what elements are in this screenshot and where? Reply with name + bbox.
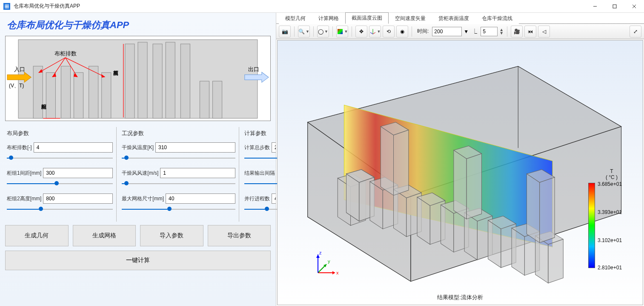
tab-streamlines[interactable]: 仓库干燥流线 [475,13,519,24]
svg-marker-76 [381,127,393,196]
gen-mesh-button[interactable]: 生成网格 [73,225,136,246]
time-input[interactable] [432,27,462,36]
svg-rect-32 [338,29,343,34]
run-button[interactable]: 一键计算 [5,251,271,270]
steps-label: 计算总步数 [244,144,270,151]
videocam-icon: 🎥 [514,29,520,35]
svg-rect-10 [125,44,135,118]
maximize-button[interactable] [605,0,624,13]
app-icon [3,3,10,10]
speed-slider[interactable] [122,180,235,188]
magnifier-icon: 🔍 [298,29,305,35]
first-frame-button[interactable]: ⏮ [524,26,536,38]
mesh-slider[interactable] [122,205,235,213]
rotate-icon: ⟲ [386,29,391,35]
viewport-footer: 结果模型:流体分析 [437,294,483,301]
rotate-button[interactable]: ⟲ [383,26,395,38]
height-slider[interactable] [7,205,113,213]
inlet-sub: (V、T) [9,83,24,89]
screenshot-button[interactable]: 📷 [279,26,291,38]
legend-tick-3: 2.810e+01 [598,265,622,271]
legend-bar [588,183,595,268]
svg-marker-82 [527,174,539,243]
svg-marker-49 [346,174,359,221]
gap-slider[interactable] [7,180,113,188]
svg-marker-70 [512,228,524,275]
gap-input[interactable] [43,168,113,178]
legend-var: T [610,168,613,174]
rows-slider[interactable] [7,154,113,162]
axis-dropdown[interactable]: ▼ [369,26,381,38]
svg-rect-5 [46,72,55,118]
tab-temp-contour[interactable]: 截面温度云图 [345,12,389,24]
svg-rect-6 [61,66,70,118]
group-layout-title: 布局参数 [7,130,113,137]
minimize-button[interactable] [585,0,605,13]
gen-geom-button[interactable]: 生成几何 [5,225,69,246]
select-dropdown[interactable]: ◯▼ [317,26,329,38]
legend-tick-1: 3.393e+01 [598,209,622,215]
cube-color-icon [337,28,343,35]
legend-unit: ( °C ) [606,174,618,180]
inlet-label: 入口 [14,66,25,72]
layout-diagram: 入口 (V、T) 出口 布柜排数 柜组间距 柜组高度 [5,36,271,121]
height-label: 柜组2高度[mm] [7,195,41,202]
svg-marker-61 [441,205,454,252]
time-label: 时间: [415,28,430,35]
tab-surface-temp[interactable]: 货柜表面温度 [432,13,475,24]
expand-button[interactable]: ⤢ [630,26,641,38]
rows-input[interactable] [34,142,113,153]
svg-marker-74 [548,239,563,283]
pan-button[interactable]: ✥ [355,26,367,38]
viewport-toolbar: 📷 🔍▼ ◯▼ ▼ ✥ ▼ ⟲ ◉ 时间: ▼ ⎿ ▲▼ 🎥 ⏮ ◁ ⤢ [276,24,644,39]
lasso-icon: ◯ [318,29,323,35]
mesh-input[interactable] [166,193,235,204]
speed-label: 干燥风风速[m/s] [122,170,158,177]
height-input[interactable] [43,193,113,204]
svg-marker-58 [417,197,430,244]
svg-marker-83 [540,177,555,242]
mesh-label: 最大网格尺寸[mm] [122,195,164,202]
svg-rect-11 [138,42,147,118]
svg-marker-85 [332,271,335,274]
import-button[interactable]: 导入参数 [140,225,203,246]
axis-triad: x y z [312,249,341,279]
tab-geometry[interactable]: 模型几何 [279,13,312,24]
prev-frame-button[interactable]: ◁ [538,26,550,38]
3d-viewport[interactable]: x y z 结果模型:流体分析 T ( °C ) 3.685e+01 3.393… [277,40,643,305]
outlet-label: 出口 [248,66,259,72]
temp-slider[interactable] [122,154,235,162]
app-title: 仓库布局优化与干燥仿真APP [5,16,271,36]
group-condition-title: 工况参数 [122,130,235,137]
render-dropdown[interactable]: ▼ [336,26,348,38]
svg-rect-12 [153,44,162,118]
spinner-icon[interactable]: ▲▼ [499,28,504,35]
svg-rect-9 [102,72,111,118]
right-panel: 模型几何 计算网格 截面温度云图 空间速度矢量 货柜表面温度 仓库干燥流线 📷 … [276,13,644,306]
svg-marker-79 [454,150,467,219]
frame-sep-icon: ⎿ [470,29,479,35]
export-button[interactable]: 导出参数 [208,225,271,246]
fit-button[interactable]: ◉ [396,26,408,38]
speed-input[interactable] [160,168,235,178]
tab-mesh[interactable]: 计算网格 [312,13,345,24]
group-layout: 布局参数 布柜排数[-] 柜组1间距[mm] [5,127,117,222]
svg-marker-73 [535,236,548,283]
group-condition: 工况参数 干燥风温度[K] 干燥风风速[m/s] [120,127,239,222]
close-button[interactable] [624,0,644,13]
record-button[interactable]: 🎥 [511,26,523,38]
svg-text:x: x [336,270,339,275]
zoom-dropdown[interactable]: 🔍▼ [298,26,310,38]
svg-line-34 [370,32,373,34]
frame-input[interactable] [481,27,498,36]
rows-label: 布柜排数[-] [7,144,32,151]
color-legend: T ( °C ) 3.685e+01 3.393e+01 3.102e+01 2… [588,168,635,268]
svg-rect-0 [5,4,9,9]
tab-velocity[interactable]: 空间速度矢量 [389,13,432,24]
svg-marker-64 [464,213,477,260]
window-title: 仓库布局优化与干燥仿真APP [14,3,80,10]
time-chev-icon: ▼ [464,29,469,35]
temp-input[interactable] [155,142,235,153]
threads-label: 并行进程数 [244,195,270,202]
svg-line-35 [373,32,375,34]
